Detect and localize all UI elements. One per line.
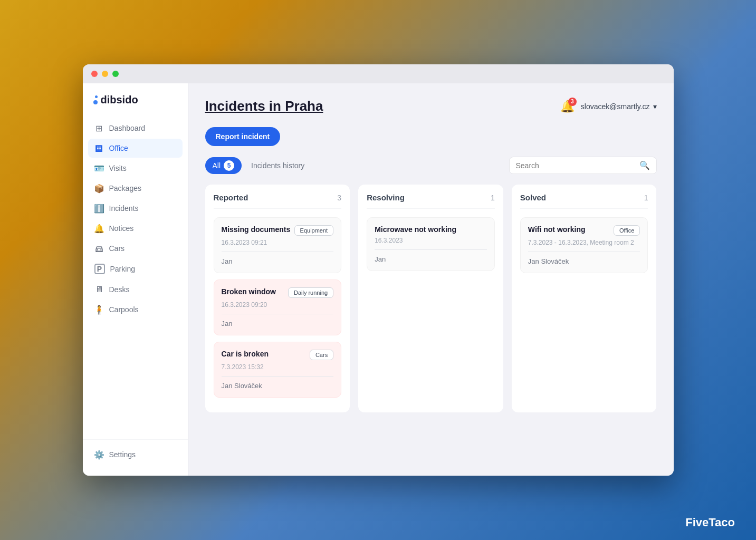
incident-card[interactable]: Microwave not working 16.3.2023 Jan: [367, 217, 495, 271]
incident-tag: Daily running: [288, 287, 333, 298]
sidebar-item-packages[interactable]: 📦 Packages: [88, 179, 183, 198]
search-box: 🔍: [509, 157, 657, 174]
incident-date: 16.3.2023: [375, 237, 487, 244]
column-title-solved: Solved: [520, 193, 546, 202]
tabs-bar: All 5 Incidents history 🔍: [205, 157, 657, 174]
sidebar-item-label: Carpools: [109, 305, 139, 314]
user-info[interactable]: slovacek@smartly.cz ▾: [581, 102, 657, 111]
column-count-solved: 1: [644, 194, 648, 202]
incident-card-top: Microwave not working: [375, 225, 487, 234]
parking-icon: P: [94, 264, 105, 274]
search-input[interactable]: [516, 161, 635, 170]
incident-date: 7.3.2023 15:32: [222, 363, 334, 371]
incident-title: Wifi not working: [528, 225, 586, 234]
sidebar-item-label: Settings: [109, 450, 136, 459]
sidebar-item-label: Parking: [110, 265, 135, 273]
sidebar-item-label: Dashboard: [109, 124, 146, 132]
incident-divider: [222, 252, 334, 252]
main-content: Incidents in Praha 🔔 3 slovacek@smartly.…: [188, 83, 674, 476]
page-title: Incidents in Praha: [205, 98, 323, 114]
column-header-solved: Solved 1: [520, 193, 648, 209]
incidents-icon: ℹ️: [94, 204, 104, 213]
sidebar-item-visits[interactable]: 🪪 Visits: [88, 159, 183, 178]
notification-bell[interactable]: 🔔 3: [560, 100, 575, 113]
nav-section: ⊞ Dashboard Office 🪪 Visits 📦: [83, 119, 188, 434]
fivetaco-watermark: FiveTaco: [685, 516, 735, 529]
titlebar: [83, 64, 674, 83]
incident-divider: [375, 249, 487, 250]
sidebar-item-notices[interactable]: 🔔 Notices: [88, 219, 183, 238]
incident-title: Car is broken: [222, 350, 269, 358]
incident-card[interactable]: Broken window Daily running 16.3.2023 09…: [214, 279, 342, 335]
incident-card[interactable]: Missing documents Equipment 16.3.2023 09…: [214, 217, 342, 273]
incident-card[interactable]: Wifi not working Office 7.3.2023 - 16.3.…: [520, 217, 648, 273]
incident-divider: [222, 314, 334, 314]
sidebar-item-label: Packages: [109, 184, 141, 192]
incident-date: 16.3.2023 09:21: [222, 239, 334, 246]
incident-user: Jan Slováček: [528, 257, 640, 265]
logo-dot-main: [93, 100, 98, 104]
maximize-button[interactable]: [112, 71, 119, 77]
incident-divider: [528, 252, 640, 252]
tabs-left: All 5 Incidents history: [205, 157, 312, 174]
logo-dot-accent: [95, 95, 98, 98]
incident-card-top: Broken window Daily running: [222, 287, 334, 298]
column-title-resolving: Resolving: [367, 193, 405, 202]
carpools-icon: 🧍: [94, 305, 104, 314]
incident-divider: [222, 376, 334, 377]
column-solved: Solved 1 Wifi not working Office 7.3.202…: [512, 185, 657, 412]
close-button[interactable]: [91, 71, 98, 77]
browser-window: dibsido ⊞ Dashboard Office 🪪: [83, 64, 674, 476]
logo-dots: [93, 95, 98, 104]
page-header: Incidents in Praha 🔔 3 slovacek@smartly.…: [205, 98, 657, 114]
tab-all[interactable]: All 5: [205, 157, 242, 174]
sidebar-item-label: Cars: [109, 244, 125, 253]
column-count-reported: 3: [337, 194, 341, 202]
incident-date: 7.3.2023 - 16.3.2023, Meeting room 2: [528, 239, 640, 246]
logo-text: dibsido: [101, 94, 138, 106]
incident-card[interactable]: Car is broken Cars 7.3.2023 15:32 Jan Sl…: [214, 342, 342, 398]
tab-history[interactable]: Incidents history: [244, 158, 312, 173]
desks-icon: 🖥: [94, 285, 104, 294]
notices-icon: 🔔: [94, 224, 104, 233]
dashboard-icon: ⊞: [94, 123, 104, 133]
sidebar-item-parking[interactable]: P Parking: [88, 259, 183, 279]
incident-card-top: Missing documents Equipment: [222, 225, 334, 236]
sidebar-item-label: Office: [109, 144, 128, 152]
notification-badge: 3: [568, 98, 577, 106]
column-title-reported: Reported: [214, 193, 248, 202]
sidebar-item-carpools[interactable]: 🧍 Carpools: [88, 300, 183, 319]
nav-bottom: ⚙️ Settings: [83, 439, 188, 465]
sidebar-item-label: Notices: [109, 224, 134, 233]
report-incident-button[interactable]: Report incident: [205, 127, 281, 146]
incident-title: Missing documents: [222, 225, 291, 234]
settings-icon: ⚙️: [94, 450, 104, 459]
office-icon: [94, 143, 104, 153]
incident-title: Microwave not working: [375, 225, 456, 234]
incident-title: Broken window: [222, 287, 276, 296]
incident-tag: Cars: [310, 350, 333, 360]
packages-icon: 📦: [94, 184, 104, 193]
sidebar-item-incidents[interactable]: ℹ️ Incidents: [88, 199, 183, 218]
search-icon: 🔍: [639, 160, 650, 170]
sidebar-item-cars[interactable]: Cars: [88, 239, 183, 258]
cars-icon: [94, 244, 104, 253]
column-count-resolving: 1: [491, 194, 495, 202]
incident-user: Jan: [375, 255, 487, 263]
sidebar-item-label: Visits: [109, 164, 127, 172]
incident-tag: Equipment: [294, 225, 334, 236]
incident-card-top: Car is broken Cars: [222, 350, 334, 360]
sidebar-item-dashboard[interactable]: ⊞ Dashboard: [88, 119, 183, 138]
sidebar-item-desks[interactable]: 🖥 Desks: [88, 280, 183, 299]
logo: dibsido: [83, 94, 188, 119]
sidebar-item-office[interactable]: Office: [88, 139, 183, 158]
app-layout: dibsido ⊞ Dashboard Office 🪪: [83, 83, 674, 476]
header-right: 🔔 3 slovacek@smartly.cz ▾: [560, 100, 657, 113]
tab-all-count: 5: [224, 160, 234, 171]
minimize-button[interactable]: [102, 71, 108, 77]
incident-tag: Office: [614, 225, 640, 236]
column-reported: Reported 3 Missing documents Equipment 1…: [205, 185, 350, 412]
sidebar-item-settings[interactable]: ⚙️ Settings: [88, 445, 183, 464]
sidebar: dibsido ⊞ Dashboard Office 🪪: [83, 83, 188, 476]
columns: Reported 3 Missing documents Equipment 1…: [205, 185, 657, 412]
